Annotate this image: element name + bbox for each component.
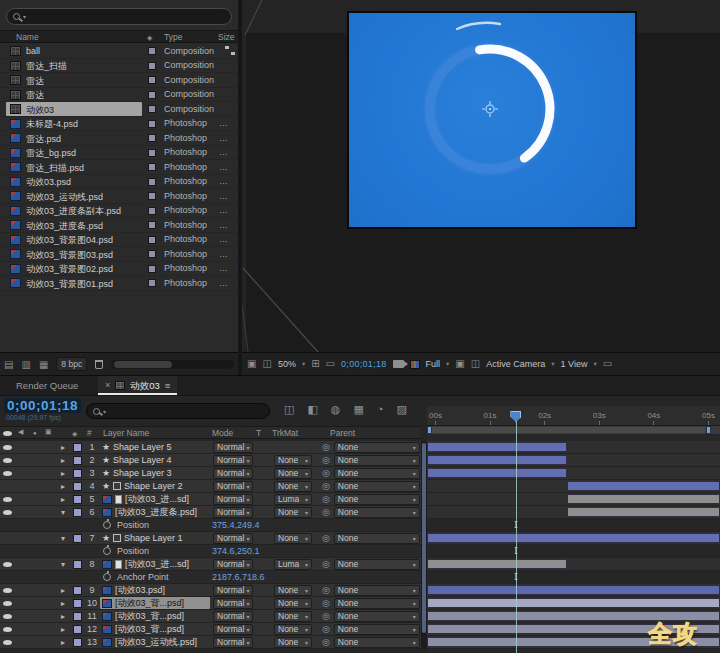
show-channels-icon[interactable] bbox=[410, 360, 420, 369]
project-item-row[interactable]: 雷达Composition bbox=[0, 88, 238, 103]
label-color-chip[interactable] bbox=[148, 47, 156, 55]
pickwhip-icon[interactable]: ◎ bbox=[322, 442, 330, 452]
solo-toggle[interactable] bbox=[28, 623, 41, 635]
property-row[interactable]: Position375.4,249.4 bbox=[0, 519, 421, 532]
expand-arrow-icon[interactable]: ▸ bbox=[56, 493, 70, 505]
trkmat-value[interactable]: None▾ bbox=[274, 637, 312, 648]
layer-duration-bar[interactable] bbox=[427, 468, 567, 478]
label-color-chip[interactable] bbox=[148, 221, 156, 229]
expand-arrow-icon[interactable]: ▸ bbox=[56, 623, 70, 635]
lock-toggle[interactable] bbox=[41, 493, 56, 505]
mode-value[interactable]: Normal▾ bbox=[213, 637, 253, 648]
label-color-chip[interactable] bbox=[148, 91, 156, 99]
trkmat-dropdown[interactable]: None▾ bbox=[270, 597, 316, 609]
solo-toggle[interactable] bbox=[28, 441, 41, 453]
trkmat-dropdown[interactable]: None▾ bbox=[270, 467, 316, 479]
work-area-start-handle[interactable] bbox=[427, 426, 432, 434]
t-switch[interactable] bbox=[256, 493, 270, 505]
audio-toggle[interactable] bbox=[14, 558, 28, 570]
trkmat-value[interactable]: Luma▾ bbox=[274, 494, 312, 505]
scrollbar-thumb[interactable] bbox=[114, 361, 172, 368]
layer-label-chip[interactable] bbox=[70, 636, 84, 648]
layer-row[interactable]: ▸4★Shape Layer 2Normal▾None▾◎None▾ bbox=[0, 480, 421, 493]
composition-mini-flowchart-icon[interactable]: ◫ bbox=[284, 404, 294, 415]
trkmat-value[interactable]: None▾ bbox=[274, 611, 312, 622]
t-switch[interactable] bbox=[256, 480, 270, 492]
layer-label-chip[interactable] bbox=[70, 506, 84, 518]
mode-value[interactable]: Normal▾ bbox=[213, 611, 253, 622]
label-color-chip[interactable] bbox=[148, 265, 156, 273]
panel-menu-icon[interactable]: ≡ bbox=[165, 380, 171, 391]
layer-track-row[interactable] bbox=[427, 532, 720, 545]
expand-arrow-icon[interactable]: ▸ bbox=[56, 597, 70, 609]
label-color-chip[interactable] bbox=[148, 207, 156, 215]
eye-toggle[interactable] bbox=[0, 532, 14, 544]
label-color-chip[interactable] bbox=[148, 76, 156, 84]
eye-toggle[interactable] bbox=[0, 623, 14, 635]
new-composition-icon[interactable]: ▦ bbox=[39, 359, 48, 370]
lock-toggle[interactable] bbox=[41, 441, 56, 453]
project-item-row[interactable]: 动效03_背景图01.psdPhotoshop… bbox=[0, 276, 238, 291]
layer-name[interactable]: [动效03_背...psd] bbox=[100, 597, 210, 609]
audio-toggle[interactable] bbox=[14, 532, 28, 544]
trkmat-dropdown[interactable]: None▾ bbox=[270, 584, 316, 596]
project-item-row[interactable]: 雷达_扫描Composition bbox=[0, 59, 238, 74]
trkmat-dropdown[interactable]: None▾ bbox=[270, 623, 316, 635]
trkmat-value[interactable]: None▾ bbox=[274, 598, 312, 609]
parent-value[interactable]: None▾ bbox=[334, 507, 420, 518]
pickwhip-icon[interactable]: ◎ bbox=[322, 507, 330, 517]
lock-toggle[interactable] bbox=[41, 636, 56, 648]
trkmat-value[interactable]: None▾ bbox=[274, 468, 312, 479]
layer-label-chip[interactable] bbox=[70, 597, 84, 609]
hide-shy-layers-icon[interactable]: ◍ bbox=[331, 404, 341, 415]
layer-name[interactable]: [动效03_背...psd] bbox=[100, 610, 210, 622]
column-name[interactable]: Name bbox=[16, 32, 39, 42]
t-switch[interactable] bbox=[256, 584, 270, 596]
layer-row[interactable]: ▸2★Shape Layer 4Normal▾None▾◎None▾ bbox=[0, 454, 421, 467]
project-item-row[interactable]: 动效03_背景图02.psdPhotoshop… bbox=[0, 262, 238, 277]
layer-duration-bar[interactable] bbox=[427, 559, 567, 569]
project-item-row[interactable]: 动效03Composition bbox=[0, 102, 238, 117]
project-item-row[interactable]: 动效03_背景图04.psdPhotoshop… bbox=[0, 233, 238, 248]
trkmat-dropdown[interactable]: None▾ bbox=[270, 480, 316, 492]
pickwhip-icon[interactable]: ◎ bbox=[322, 455, 330, 465]
solo-toggle[interactable] bbox=[28, 454, 41, 466]
mode-dropdown[interactable]: Normal▾ bbox=[210, 454, 256, 466]
mode-dropdown[interactable]: Normal▾ bbox=[210, 506, 256, 518]
parent-value[interactable]: None▾ bbox=[334, 442, 420, 453]
timeline-search-input[interactable]: ▾ bbox=[86, 403, 270, 419]
audio-toggle[interactable] bbox=[14, 454, 28, 466]
t-switch[interactable] bbox=[256, 597, 270, 609]
project-item-row[interactable]: 动效03_进度条副本.psdPhotoshop… bbox=[0, 204, 238, 219]
interpret-footage-icon[interactable]: ▤ bbox=[4, 359, 13, 370]
layer-label-chip[interactable] bbox=[70, 454, 84, 466]
layer-duration-bar[interactable] bbox=[427, 598, 720, 608]
property-row[interactable]: Position374.6,250.1 bbox=[0, 545, 421, 558]
view-layout-caret-icon[interactable]: ▾ bbox=[593, 360, 596, 368]
property-value[interactable]: 375.4,249.4 bbox=[212, 520, 260, 530]
eye-toggle[interactable] bbox=[0, 584, 14, 596]
layer-name[interactable]: ★Shape Layer 2 bbox=[100, 480, 210, 492]
lock-toggle[interactable] bbox=[41, 532, 56, 544]
mode-value[interactable]: Normal▾ bbox=[213, 481, 253, 492]
mode-dropdown[interactable]: Normal▾ bbox=[210, 480, 256, 492]
trkmat-dropdown[interactable] bbox=[270, 441, 316, 453]
trkmat-value[interactable]: None▾ bbox=[274, 455, 312, 466]
layer-track-row[interactable] bbox=[427, 441, 720, 454]
lock-toggle[interactable] bbox=[41, 467, 56, 479]
label-color-chip[interactable] bbox=[148, 279, 156, 287]
trkmat-dropdown[interactable]: None▾ bbox=[270, 506, 316, 518]
grid-guides-icon[interactable]: ⊞ bbox=[311, 359, 319, 369]
draft-3d-icon[interactable]: ◧ bbox=[307, 404, 317, 415]
layer-name[interactable]: [动效03_背...psd] bbox=[100, 623, 210, 635]
pickwhip-icon[interactable]: ◎ bbox=[322, 637, 330, 647]
parent-value[interactable]: None▾ bbox=[334, 559, 420, 570]
pickwhip-icon[interactable]: ◎ bbox=[322, 624, 330, 634]
layer-label-chip[interactable] bbox=[70, 480, 84, 492]
layer-label-chip[interactable] bbox=[70, 493, 84, 505]
expand-arrow-icon[interactable]: ▸ bbox=[56, 454, 70, 466]
lock-toggle[interactable] bbox=[41, 597, 56, 609]
tab-render-queue[interactable]: Render Queue bbox=[16, 380, 78, 391]
solo-toggle[interactable] bbox=[28, 610, 41, 622]
scrollbar-thumb[interactable] bbox=[422, 443, 426, 633]
